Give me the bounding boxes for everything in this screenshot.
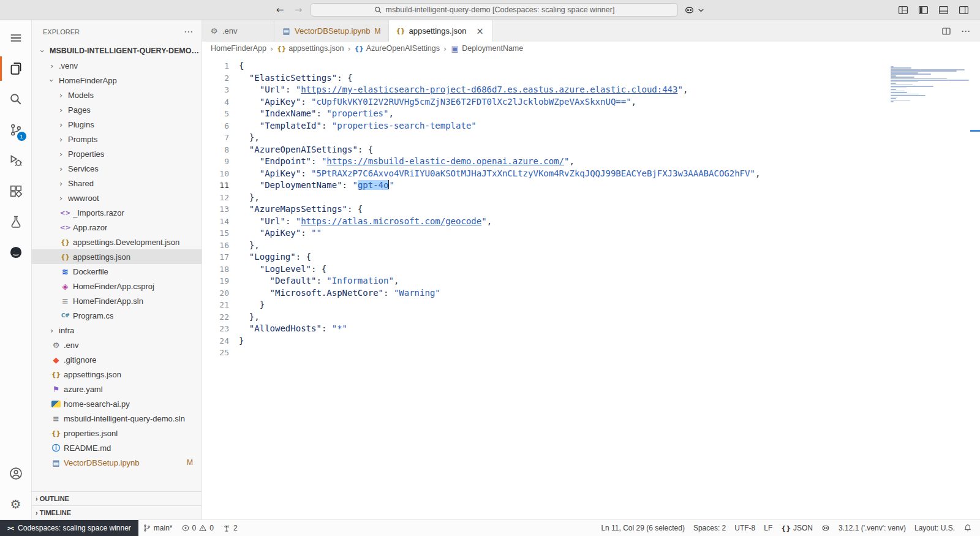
code-line[interactable]: "AllowedHosts": "*" <box>239 323 888 335</box>
status-eol[interactable]: LF <box>760 520 777 536</box>
code-line[interactable]: "Url": "https://atlas.microsoft.com/geoc… <box>239 216 888 228</box>
code-line[interactable]: "ElasticSettings": { <box>239 72 888 85</box>
tree-item-readme-md[interactable]: ⓘREADME.md <box>32 440 202 455</box>
tree-item-properties-jsonl[interactable]: {}properties.jsonl <box>32 426 202 440</box>
split-editor-icon[interactable] <box>941 26 951 36</box>
line-number[interactable]: 9 <box>202 156 229 168</box>
activity-explorer[interactable] <box>0 53 32 84</box>
code-line[interactable]: "DeploymentName": "gpt-4o" <box>239 179 888 192</box>
activity-source-control[interactable]: 1 <box>0 115 32 145</box>
line-number[interactable]: 8 <box>202 144 229 156</box>
tree-item-homefinderapp[interactable]: ›HomeFinderApp <box>32 73 202 88</box>
activity-testing[interactable] <box>0 206 32 237</box>
code-line[interactable]: } <box>239 335 888 347</box>
more-actions-icon[interactable]: ⋯ <box>961 26 970 37</box>
code-line[interactable]: }, <box>239 132 888 144</box>
editor[interactable]: 1234567891011121314151617181920212223242… <box>202 55 980 519</box>
tree-item-prompts[interactable]: ›Prompts <box>32 132 202 146</box>
code-line[interactable]: }, <box>239 240 888 252</box>
tree-item-infra[interactable]: ›infra <box>32 323 202 338</box>
workspace-root[interactable]: ›MSBUILD-INTELLIGENT-QUERY-DEMO ... <box>32 43 202 58</box>
line-number[interactable]: 11 <box>202 179 229 192</box>
minimap[interactable] <box>891 66 971 104</box>
tree-item-home-search-ai-py[interactable]: home-search-ai.py <box>32 396 202 411</box>
code-line[interactable]: "Endpoint": "https://msbuild-elastic-dem… <box>239 156 888 168</box>
code-line[interactable]: "ApiKey": "cUpfUkVKY0I2V2RUVHg5cmZjN3E6T… <box>239 96 888 108</box>
breadcrumb-appsettings-json[interactable]: {}appsettings.json <box>277 44 344 53</box>
tree-item-appsettings-json[interactable]: {}appsettings.json <box>32 367 202 382</box>
customize-layout-icon[interactable] <box>898 5 908 15</box>
activity-search[interactable] <box>0 84 32 115</box>
code-line[interactable]: }, <box>239 311 888 323</box>
activity-github[interactable] <box>0 237 32 268</box>
tree-item-msbuild-intelligent-query-demo-sln[interactable]: ≡msbuild-intelligent-query-demo.sln <box>32 411 202 426</box>
tree-item-imports-razor[interactable]: <>_Imports.razor <box>32 205 202 220</box>
code-line[interactable]: "LogLevel": { <box>239 263 888 276</box>
tree-item-plugins[interactable]: ›Plugins <box>32 117 202 132</box>
tree-item-shared[interactable]: ›Shared <box>32 176 202 191</box>
tree-item-pages[interactable]: ›Pages <box>32 102 202 117</box>
line-number[interactable]: 5 <box>202 108 229 120</box>
code-line[interactable]: "IndexName": "properties", <box>239 108 888 120</box>
line-number[interactable]: 25 <box>202 347 229 359</box>
tree-item-appsettings-json[interactable]: {}appsettings.json <box>32 249 202 264</box>
line-number[interactable]: 21 <box>202 299 229 311</box>
tab-vectordbsetup-ipynb[interactable]: ▤VectorDBSetup.ipynbM <box>274 20 389 42</box>
code-line[interactable]: "ApiKey": "" <box>239 227 888 240</box>
line-number[interactable]: 2 <box>202 72 229 85</box>
editor-content[interactable]: { "ElasticSettings": { "Url": "https://m… <box>239 60 888 359</box>
line-number[interactable]: 23 <box>202 323 229 335</box>
more-actions-icon[interactable]: ⋯ <box>184 26 193 37</box>
line-number[interactable]: 24 <box>202 335 229 347</box>
tree-item-azure-yaml[interactable]: ⚑azure.yaml <box>32 382 202 396</box>
line-number[interactable]: 10 <box>202 168 229 180</box>
status-keyboard-layout[interactable]: Layout: U.S. <box>910 520 959 536</box>
close-icon[interactable]: × <box>475 26 485 37</box>
line-number[interactable]: 1 <box>202 60 229 72</box>
line-number[interactable]: 3 <box>202 84 229 96</box>
tree-item-app-razor[interactable]: <>App.razor <box>32 220 202 235</box>
status-remote[interactable]: ><Codespaces: scaling space winner <box>0 520 138 536</box>
line-number[interactable]: 14 <box>202 216 229 228</box>
tree-item-env[interactable]: ⚙.env <box>32 338 202 352</box>
tree-item-appsettings-development-json[interactable]: {}appsettings.Development.json <box>32 235 202 249</box>
code-line[interactable]: "TemplateId": "properties-search-templat… <box>239 120 888 132</box>
tree-item-program-cs[interactable]: C#Program.cs <box>32 308 202 323</box>
code-line[interactable]: "Url": "https://my-elasticsearch-project… <box>239 84 888 96</box>
breadcrumb-deploymentname[interactable]: ▣DeploymentName <box>450 44 523 53</box>
activity-run-debug[interactable] <box>0 145 32 176</box>
activity-settings-gear[interactable]: ⚙ <box>0 489 32 519</box>
sidebar-section-outline[interactable]: ›OUTLINE <box>32 491 202 505</box>
back-icon[interactable]: ← <box>274 4 286 15</box>
tree-item-properties[interactable]: ›Properties <box>32 146 202 161</box>
code-line[interactable]: { <box>239 60 888 72</box>
tree-item-homefinderapp-csproj[interactable]: ◈HomeFinderApp.csproj <box>32 279 202 293</box>
status-indentation[interactable]: Spaces: 2 <box>689 520 730 536</box>
tab-appsettings-json[interactable]: {}appsettings.json× <box>389 20 493 42</box>
activity-menu[interactable] <box>0 23 32 53</box>
line-number[interactable]: 4 <box>202 96 229 108</box>
code-line[interactable]: "Microsoft.AspNetCore": "Warning" <box>239 287 888 300</box>
breadcrumb-azureopenaisettings[interactable]: {}AzureOpenAISettings <box>355 44 440 53</box>
code-line[interactable]: "Default": "Information", <box>239 275 888 287</box>
activity-account[interactable] <box>0 458 32 489</box>
tree-item-wwwroot[interactable]: ›wwwroot <box>32 191 202 205</box>
line-number[interactable]: 17 <box>202 251 229 263</box>
status-cursor-position[interactable]: Ln 11, Col 29 (6 selected) <box>597 520 689 536</box>
tree-item-services[interactable]: ›Services <box>32 161 202 176</box>
tree-item-dockerfile[interactable]: ≋Dockerfile <box>32 264 202 279</box>
command-center[interactable]: msbuild-intelligent-query-demo [Codespac… <box>311 3 678 17</box>
tree-item-homefinderapp-sln[interactable]: ≡HomeFinderApp.sln <box>32 293 202 308</box>
line-number[interactable]: 20 <box>202 287 229 300</box>
tab-env[interactable]: ⚙.env <box>202 20 274 42</box>
line-number[interactable]: 13 <box>202 203 229 216</box>
tree-item-venv[interactable]: ›.venv <box>32 58 202 73</box>
toggle-secondary-sidebar-icon[interactable] <box>959 5 969 15</box>
line-number[interactable]: 19 <box>202 275 229 287</box>
line-number[interactable]: 15 <box>202 227 229 240</box>
line-number[interactable]: 7 <box>202 132 229 144</box>
status-copilot[interactable] <box>817 520 834 536</box>
copilot-menu-button[interactable] <box>684 5 706 15</box>
line-number[interactable]: 16 <box>202 240 229 252</box>
activity-extensions[interactable] <box>0 176 32 206</box>
